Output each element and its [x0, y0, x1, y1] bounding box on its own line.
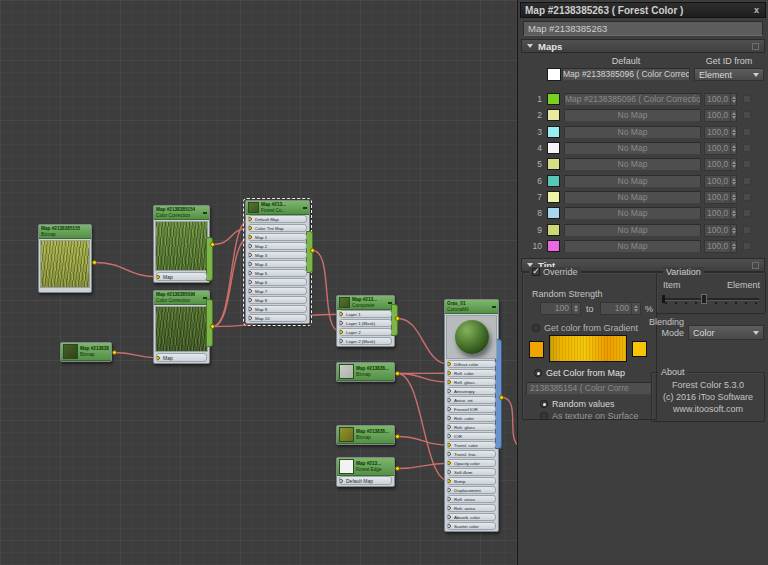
- output-socket[interactable]: [92, 260, 97, 265]
- map-weight-spinner[interactable]: 100,0: [704, 224, 737, 237]
- map-slot-button[interactable]: No Map: [564, 207, 701, 220]
- node-slot[interactable]: Transl. frac.: [447, 450, 496, 458]
- map-color-swatch[interactable]: [547, 93, 560, 105]
- map-color-swatch[interactable]: [547, 126, 560, 138]
- node-slot[interactable]: Map 7: [248, 287, 307, 295]
- node-title[interactable]: Map #2138385155Bitmap: [39, 225, 91, 239]
- input-socket[interactable]: [248, 271, 252, 275]
- output-socket[interactable]: [210, 324, 215, 329]
- spinner-arrows-icon[interactable]: [730, 225, 736, 236]
- panel-titlebar[interactable]: Map #2138385263 ( Forest Color ) x: [520, 2, 766, 18]
- map-slot-button[interactable]: No Map: [564, 126, 701, 139]
- override-checkbox[interactable]: ✓: [532, 268, 540, 276]
- map-slot-button[interactable]: No Map: [564, 142, 701, 155]
- input-socket[interactable]: [248, 316, 252, 320]
- node-slot[interactable]: Absorb. color: [447, 513, 496, 521]
- input-socket[interactable]: [248, 217, 252, 221]
- spinner-arrows-icon[interactable]: [631, 303, 640, 314]
- output-socket[interactable]: [112, 350, 117, 355]
- node-title[interactable]: Map #213...Forest Co...: [246, 201, 309, 215]
- node-slot[interactable]: Layer 2 (Mask): [339, 337, 392, 345]
- map-weight-spinner[interactable]: 100,0: [704, 93, 737, 106]
- node-slot[interactable]: Map 10: [248, 314, 307, 322]
- node-slot[interactable]: Map 4: [248, 260, 307, 268]
- spinner-arrows-icon[interactable]: [730, 241, 736, 252]
- spinner-arrows-icon[interactable]: [730, 176, 736, 187]
- node-C[interactable]: Map #2138385096Color CorrectionMap: [153, 290, 210, 364]
- node-slot[interactable]: Map 6: [248, 278, 307, 286]
- map-weight-spinner[interactable]: 100,0: [704, 158, 737, 171]
- input-socket[interactable]: [447, 443, 451, 447]
- node-A[interactable]: Map #2138385155Bitmap: [38, 224, 92, 293]
- map-color-swatch[interactable]: [547, 191, 560, 203]
- input-socket[interactable]: [447, 407, 451, 411]
- node-slot[interactable]: Map 9: [248, 305, 307, 313]
- spinner-arrows-icon[interactable]: [730, 94, 736, 105]
- default-color-swatch[interactable]: [547, 68, 561, 81]
- output-socket[interactable]: [395, 316, 400, 321]
- spinner-arrows-icon[interactable]: [730, 110, 736, 121]
- input-socket[interactable]: [447, 524, 451, 528]
- node-slot[interactable]: IOR: [447, 432, 496, 440]
- input-socket[interactable]: [248, 262, 252, 266]
- node-slot[interactable]: Refr. color: [447, 414, 496, 422]
- node-G[interactable]: Map #213838...Bitmap: [336, 362, 395, 382]
- map-color-swatch[interactable]: [547, 158, 560, 170]
- map-slot-button[interactable]: No Map: [564, 191, 701, 204]
- gradient-left-swatch[interactable]: [529, 341, 544, 358]
- node-slot[interactable]: Transl. color: [447, 441, 496, 449]
- map-enable-checkbox[interactable]: [743, 160, 751, 168]
- output-socket[interactable]: [310, 248, 315, 253]
- node-slot[interactable]: Map: [156, 353, 207, 362]
- input-socket[interactable]: [248, 226, 252, 230]
- input-socket[interactable]: [447, 497, 451, 501]
- map-enable-checkbox[interactable]: [743, 209, 751, 217]
- input-socket[interactable]: [447, 398, 451, 402]
- gradient-radio-row[interactable]: Get color from Gradient: [532, 323, 638, 333]
- maps-rollout-header[interactable]: Maps: [521, 39, 765, 53]
- input-socket[interactable]: [447, 434, 451, 438]
- strength-to-spinner[interactable]: 100: [600, 302, 641, 315]
- map-color-swatch[interactable]: [547, 224, 560, 236]
- output-socket[interactable]: [395, 466, 400, 471]
- map-slot-button[interactable]: No Map: [564, 158, 701, 171]
- node-I[interactable]: Map #213...Forest EdgeDefault Map: [336, 457, 395, 487]
- input-socket[interactable]: [447, 362, 451, 366]
- node-slot[interactable]: Refl. gloss.: [447, 378, 496, 386]
- node-slot[interactable]: Map: [156, 272, 207, 281]
- map-color-swatch[interactable]: [547, 240, 560, 252]
- map-slot-button[interactable]: No Map: [564, 224, 701, 237]
- input-socket[interactable]: [447, 452, 451, 456]
- node-F[interactable]: Map #213...CompositeLayer 1Layer 1 (Mask…: [336, 295, 395, 347]
- minimize-icon[interactable]: [303, 207, 307, 209]
- map-weight-spinner[interactable]: 100,0: [704, 126, 737, 139]
- map-weight-spinner[interactable]: 100,0: [704, 240, 737, 253]
- node-slot[interactable]: Default Map: [248, 215, 307, 223]
- map-weight-spinner[interactable]: 100,0: [704, 109, 737, 122]
- node-slot[interactable]: Self-illum.: [447, 468, 496, 476]
- minimize-icon[interactable]: [492, 306, 496, 308]
- spinner-arrows-icon[interactable]: [571, 303, 580, 314]
- variation-slider-track[interactable]: [662, 298, 759, 301]
- node-slot[interactable]: Refl. color: [447, 369, 496, 377]
- map-color-swatch[interactable]: [547, 109, 560, 121]
- random-values-row[interactable]: Random values: [540, 399, 615, 409]
- output-socket[interactable]: [499, 395, 504, 400]
- node-slot[interactable]: Map 2: [248, 242, 307, 250]
- input-socket[interactable]: [447, 479, 451, 483]
- input-socket[interactable]: [447, 389, 451, 393]
- input-socket[interactable]: [248, 253, 252, 257]
- input-socket[interactable]: [339, 330, 343, 334]
- node-slot[interactable]: Color Tint Map: [248, 224, 307, 232]
- map-weight-spinner[interactable]: 100,0: [704, 191, 737, 204]
- node-slot[interactable]: Anisotropy: [447, 387, 496, 395]
- get-color-from-map-radio[interactable]: [534, 369, 542, 377]
- input-socket[interactable]: [339, 339, 343, 343]
- map-slot-button[interactable]: No Map: [564, 240, 701, 253]
- node-B[interactable]: Map #2138385154Color CorrectionMap: [153, 205, 210, 283]
- node-slot[interactable]: Fresnel IOR: [447, 405, 496, 413]
- get-id-dropdown[interactable]: Element: [694, 68, 764, 81]
- node-slot[interactable]: Layer 2: [339, 328, 392, 336]
- node-slot[interactable]: Aniso. rot.: [447, 396, 496, 404]
- input-socket[interactable]: [248, 298, 252, 302]
